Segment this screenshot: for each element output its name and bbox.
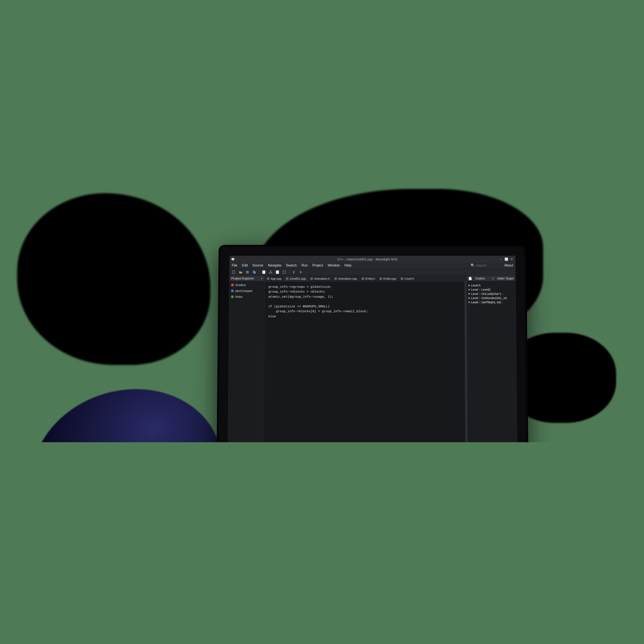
svg-rect-3 bbox=[254, 271, 256, 273]
outline-item[interactable]: Level :: GetTile(int, int) : bbox=[468, 300, 514, 304]
maximize-button[interactable]: ⬜ bbox=[504, 257, 508, 261]
tab-level-h[interactable]: Level.h bbox=[398, 276, 416, 281]
outline-item[interactable]: Level :: Level() bbox=[468, 287, 514, 292]
file-icon bbox=[361, 277, 364, 280]
target-icon[interactable] bbox=[282, 270, 286, 274]
menu-file[interactable]: File bbox=[232, 263, 237, 267]
file-icon bbox=[286, 277, 289, 280]
menubar: File Edit Source Navigate Search Run Pro… bbox=[230, 262, 515, 269]
svg-point-5 bbox=[270, 270, 271, 271]
svg-rect-0 bbox=[232, 270, 235, 273]
menu-window[interactable]: Window bbox=[328, 263, 340, 267]
background-mask bbox=[0, 442, 644, 644]
project-icon bbox=[231, 284, 234, 286]
open-folder-icon[interactable] bbox=[238, 270, 243, 274]
close-button[interactable]: ✕ bbox=[510, 257, 513, 261]
project-explorer-header: Project Explorer × bbox=[229, 276, 264, 281]
bullet-icon bbox=[468, 289, 470, 290]
menu-about[interactable]: About bbox=[504, 263, 513, 267]
svg-rect-4 bbox=[262, 270, 265, 274]
app-logo-icon bbox=[230, 256, 236, 262]
menu-navigate[interactable]: Navigate bbox=[268, 263, 281, 267]
bullet-icon bbox=[468, 297, 470, 299]
file-icon bbox=[380, 277, 382, 280]
outline-label: Level :: GetTile(int, int) : bbox=[471, 301, 503, 304]
outline-label: Level :: Level() bbox=[471, 288, 491, 291]
save-icon[interactable] bbox=[245, 270, 250, 274]
outline-close-icon[interactable]: × bbox=[491, 277, 496, 280]
svg-rect-9 bbox=[283, 271, 286, 273]
tab-label: Level.h bbox=[404, 277, 414, 280]
make-target-tab[interactable]: Make Target bbox=[496, 277, 515, 280]
outline-tabs: 📄 Outline × Make Target bbox=[467, 276, 515, 281]
outline-label: Level :: OnLoad(char*) : bbox=[471, 292, 503, 296]
minimize-button[interactable]: – bbox=[499, 257, 503, 261]
tab-label: App.cpp bbox=[270, 277, 281, 280]
doc2-icon[interactable] bbox=[275, 270, 279, 274]
svg-rect-8 bbox=[276, 270, 279, 274]
menu-help[interactable]: Help bbox=[344, 263, 351, 267]
outline-tab[interactable]: Outline bbox=[474, 277, 486, 280]
window-title: C++ - main/Level01.cpp - Moonlight SDK bbox=[236, 257, 499, 261]
window-controls: – ⬜ ✕ bbox=[499, 257, 515, 261]
bullet-icon bbox=[468, 293, 470, 295]
menu-source[interactable]: Source bbox=[252, 263, 263, 267]
menubar-search[interactable]: 🔍 bbox=[471, 263, 500, 267]
tab-label: Entity.cpp bbox=[383, 277, 396, 280]
back-icon[interactable] bbox=[292, 270, 296, 274]
scene: C++ - main/Level01.cpp - Moonlight SDK –… bbox=[0, 0, 644, 644]
bullet-icon bbox=[468, 285, 470, 286]
structure-icon[interactable] bbox=[269, 270, 273, 274]
menu-run[interactable]: Run bbox=[301, 263, 308, 267]
menu-edit[interactable]: Edit bbox=[242, 263, 248, 267]
project-explorer-title: Project Explorer bbox=[231, 276, 254, 280]
file-icon bbox=[267, 277, 269, 280]
svg-rect-1 bbox=[246, 271, 249, 273]
outline-label: Level :: OnRender(SDL_int bbox=[471, 296, 507, 300]
outline-label: Level.h bbox=[471, 284, 481, 287]
tab-entity-cpp[interactable]: Entity.cpp bbox=[377, 276, 399, 281]
file-icon bbox=[401, 277, 403, 280]
panel-close-icon[interactable]: × bbox=[261, 276, 263, 280]
titlebar[interactable]: C++ - main/Level01.cpp - Moonlight SDK –… bbox=[230, 256, 515, 262]
search-input[interactable] bbox=[476, 264, 500, 267]
menu-search[interactable]: Search bbox=[286, 263, 297, 267]
tab-app-cpp[interactable]: App.cpp bbox=[265, 276, 284, 281]
search-icon: 🔍 bbox=[471, 263, 475, 267]
outline-item[interactable]: Level :: OnRender(SDL_int bbox=[468, 296, 514, 300]
outline-item[interactable]: Level :: OnLoad(char*) : bbox=[468, 292, 514, 296]
toolbar bbox=[229, 269, 515, 276]
tab-label: Entity.h bbox=[365, 277, 375, 280]
new-file-icon[interactable] bbox=[232, 270, 236, 274]
outline-list: Level.h Level :: Level() Level :: OnLoad… bbox=[467, 281, 516, 307]
menu-project[interactable]: Project bbox=[312, 263, 323, 267]
outline-item[interactable]: Level.h bbox=[468, 283, 514, 288]
save-all-icon[interactable] bbox=[252, 270, 256, 274]
forward-icon[interactable] bbox=[298, 270, 303, 274]
doc-icon[interactable] bbox=[262, 270, 266, 274]
